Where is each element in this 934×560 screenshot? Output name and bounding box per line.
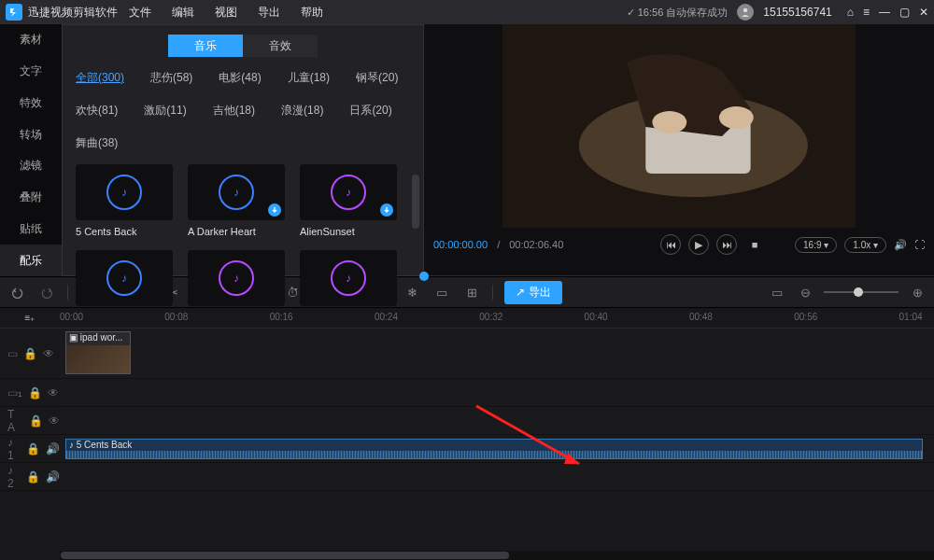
close-icon[interactable]: ✕: [919, 6, 928, 19]
menu-edit[interactable]: 编辑: [172, 5, 194, 21]
text-track-body[interactable]: [60, 407, 934, 434]
total-time: 00:02:06.40: [509, 239, 563, 250]
lock-icon[interactable]: 🔒: [26, 442, 40, 455]
track-options-icon[interactable]: ≡₊: [0, 308, 60, 328]
mute-icon[interactable]: 🔊: [46, 470, 60, 483]
cat-movie[interactable]: 电影(48): [219, 70, 261, 86]
video-clip[interactable]: ▣ ipad wor...: [65, 331, 131, 374]
redo-button[interactable]: [37, 283, 56, 301]
track-card[interactable]: ♪: [188, 250, 285, 306]
cat-motivate[interactable]: 激励(11): [144, 103, 186, 119]
fullscreen-icon[interactable]: ⛶: [914, 239, 925, 250]
video-track-icon[interactable]: ▭: [7, 347, 18, 360]
track-card[interactable]: ♪ AlienSunset: [300, 164, 397, 237]
audio-track-icon[interactable]: ♪ 1: [7, 436, 21, 462]
cat-dance[interactable]: 舞曲(38): [76, 135, 118, 151]
lock-icon[interactable]: 🔒: [29, 414, 43, 427]
text-track-icon[interactable]: T A: [7, 408, 23, 434]
zoom-slider-knob[interactable]: [854, 287, 863, 297]
waveform: [66, 451, 922, 458]
eye-icon[interactable]: 👁: [48, 386, 59, 399]
overlay-track-icon[interactable]: ▭₁: [7, 386, 22, 399]
save-status: ✓ 16:56 自动保存成功: [627, 6, 729, 20]
svg-point-0: [743, 8, 747, 12]
download-icon[interactable]: [268, 203, 281, 217]
playhead-start-icon[interactable]: [419, 272, 429, 281]
overlay-track: ▭₁🔒👁: [0, 379, 934, 407]
audio-track-2-body[interactable]: [60, 463, 934, 490]
audio-track-icon[interactable]: ♪ 2: [7, 464, 21, 490]
text-track: T A🔒👁: [0, 407, 934, 435]
music-note-icon: ♪: [219, 175, 254, 210]
timeline-h-scrollbar[interactable]: [60, 551, 934, 560]
tab-sfx[interactable]: 音效: [243, 35, 318, 57]
next-frame-button[interactable]: ⏭: [716, 234, 737, 255]
play-button[interactable]: ▶: [688, 234, 709, 255]
speed-select[interactable]: 1.0x ▾: [844, 237, 886, 253]
tick: 00:16: [270, 312, 293, 322]
maximize-icon[interactable]: ▢: [899, 6, 910, 19]
sidebar-item-stickers[interactable]: 贴纸: [0, 214, 62, 245]
user-id[interactable]: 15155156741: [763, 6, 831, 19]
lock-icon[interactable]: 🔒: [28, 386, 42, 399]
category-list: 全部(300) 悲伤(58) 电影(48) 儿童(18) 钢琴(20) 欢快(8…: [63, 70, 423, 151]
zoom-in-icon[interactable]: ⊕: [908, 283, 927, 301]
zoom-out-icon[interactable]: ⊖: [796, 283, 814, 301]
cat-romance[interactable]: 浪漫(18): [281, 103, 323, 119]
prev-frame-button[interactable]: ⏮: [660, 234, 681, 255]
time-sep: /: [497, 239, 500, 250]
sidebar-item-media[interactable]: 素材: [0, 24, 62, 56]
stop-button[interactable]: ■: [744, 234, 765, 255]
cat-happy[interactable]: 欢快(81): [76, 103, 118, 119]
preview-panel: 00:00:00.00 / 00:02:06.40 ⏮ ▶ ⏭ ■ 16:9 ▾…: [424, 24, 934, 276]
hamburger-icon[interactable]: ≡: [863, 6, 870, 19]
undo-button[interactable]: [7, 283, 26, 301]
eye-icon[interactable]: 👁: [43, 347, 54, 360]
menu-view[interactable]: 视图: [215, 5, 237, 21]
audio-clip[interactable]: ♪ 5 Cents Back: [65, 439, 923, 459]
scrollbar-thumb[interactable]: [61, 552, 509, 559]
tick: 00:40: [585, 312, 608, 322]
menu-file[interactable]: 文件: [129, 5, 151, 21]
export-button[interactable]: ↗ 导出: [504, 281, 562, 304]
preview-video[interactable]: [502, 24, 856, 228]
cat-guitar[interactable]: 吉他(18): [213, 103, 255, 119]
aspect-ratio-select[interactable]: 16:9 ▾: [795, 237, 837, 253]
audio-track-1-body[interactable]: ♪ 5 Cents Back: [60, 435, 934, 462]
sidebar-item-music[interactable]: 配乐: [0, 245, 62, 276]
track-card[interactable]: ♪: [76, 250, 173, 306]
eye-icon[interactable]: 👁: [49, 414, 60, 427]
mute-icon[interactable]: 🔊: [46, 442, 60, 455]
sidebar-item-overlay[interactable]: 叠附: [0, 182, 62, 214]
track-card[interactable]: ♪: [300, 250, 397, 306]
sidebar-item-effects[interactable]: 特效: [0, 88, 62, 119]
home-icon[interactable]: ⌂: [847, 6, 854, 19]
menu-export[interactable]: 导出: [258, 5, 280, 21]
cat-all[interactable]: 全部(300): [76, 70, 124, 86]
library-scrollbar[interactable]: [412, 175, 419, 229]
sidebar-item-text[interactable]: 文字: [0, 56, 62, 88]
time-ruler[interactable]: 00:00 00:08 00:16 00:24 00:32 00:40 00:4…: [60, 308, 934, 328]
sidebar-item-transitions[interactable]: 转场: [0, 119, 62, 150]
fit-window-icon[interactable]: ▭: [768, 283, 786, 301]
zoom-slider[interactable]: [824, 291, 899, 293]
sidebar-item-filters[interactable]: 滤镜: [0, 150, 62, 182]
user-avatar-icon[interactable]: [737, 4, 754, 21]
snap-button[interactable]: ⊞: [462, 283, 481, 301]
volume-icon[interactable]: 🔊: [894, 239, 907, 251]
lock-icon[interactable]: 🔒: [26, 470, 40, 483]
menu-help[interactable]: 帮助: [301, 5, 323, 21]
track-card[interactable]: ♪ A Darker Heart: [188, 164, 285, 237]
tab-music[interactable]: 音乐: [168, 35, 243, 57]
cat-jp[interactable]: 日系(20): [349, 103, 391, 119]
lock-icon[interactable]: 🔒: [23, 347, 37, 360]
track-card[interactable]: ♪ 5 Cents Back: [76, 164, 173, 237]
download-icon[interactable]: [380, 203, 393, 217]
marker-button[interactable]: ▭: [432, 283, 451, 301]
minimize-icon[interactable]: —: [879, 6, 890, 19]
video-track-body[interactable]: ▣ ipad wor...: [60, 329, 934, 378]
cat-sad[interactable]: 悲伤(58): [150, 70, 192, 86]
cat-piano[interactable]: 钢琴(20): [356, 70, 398, 86]
overlay-track-body[interactable]: [60, 379, 934, 406]
cat-kids[interactable]: 儿童(18): [288, 70, 330, 86]
